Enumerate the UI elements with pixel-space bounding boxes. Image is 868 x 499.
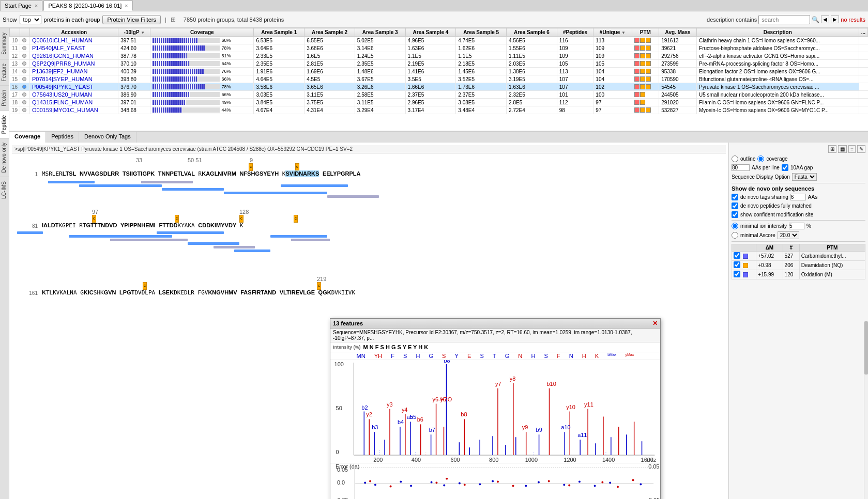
table-row[interactable]: 18 Q14315|FLNC_HUMAN 397.01 49% 3.84E5 3… <box>10 99 868 106</box>
sidebar-item-summary[interactable]: Summary <box>0 28 9 59</box>
row-ptm <box>632 68 659 75</box>
seq-chars-2: IALDTKGPEI RTGTTTNDVD YPIPPNHEMI FTTDDKY… <box>42 221 243 230</box>
row-area4: 1.66E6 <box>405 83 456 91</box>
show-denovo-label: Show de novo only sequences <box>732 185 814 192</box>
view-icon-2[interactable]: ▦ <box>838 145 847 153</box>
table-row[interactable]: 12 Q92616|GCN1_HUMAN 387.78 51% 2.33E5 1… <box>10 52 868 60</box>
ptm-checkbox[interactable] <box>734 252 740 259</box>
table-row[interactable]: 14 P13639|EF2_HUMAN 400.39 76% 1.91E6 1.… <box>10 68 868 75</box>
min-ion-label: minimal ion intensity <box>740 223 787 229</box>
row-mass: 291020 <box>659 99 697 106</box>
col-area6[interactable]: Area Sample 6 <box>507 28 557 37</box>
row-area2: 3.11E5 <box>304 91 355 99</box>
col-unique[interactable]: #Unique ▼ <box>593 28 632 37</box>
ptm-checkbox[interactable] <box>734 261 740 268</box>
col-area1[interactable]: Area Sample 1 <box>254 28 304 37</box>
top-select[interactable]: top <box>20 15 41 24</box>
ion-s2: S <box>442 353 446 359</box>
protein-view-filters-btn[interactable]: Protein View Filters <box>102 15 161 24</box>
row-area1: 4.64E5 <box>254 75 304 83</box>
search-prev-btn[interactable]: ◀ <box>821 15 829 23</box>
gap-checkbox[interactable] <box>782 164 788 171</box>
col-score[interactable]: -10lgP ▼ <box>118 28 150 37</box>
ion-y1: Y <box>455 353 459 359</box>
outline-radio[interactable] <box>732 155 738 162</box>
row-ptm <box>632 37 659 44</box>
no-results-label: no results <box>841 17 865 23</box>
min-ion-radio[interactable] <box>732 223 738 229</box>
row-area4: 3.5E5 <box>405 75 456 83</box>
min-ascore-label: minimal Ascore <box>740 232 775 238</box>
col-desc[interactable]: Description <box>697 28 859 37</box>
row-area3: 2.58E5 <box>355 91 405 99</box>
col-coverage[interactable]: Coverage <box>150 28 254 37</box>
table-row[interactable]: 16 P00549|KPYK1_YEAST 376.70 78% 3.58E6 … <box>10 83 868 91</box>
table-row[interactable]: 15 P07814|SYEP_HUMAN 398.80 66% 4.64E5 4… <box>10 75 868 83</box>
svg-text:b4: b4 <box>398 419 404 425</box>
tab-start-page[interactable]: Start Page × <box>0 1 42 11</box>
seq-display-select[interactable]: Fasta <box>792 173 817 181</box>
sidebar-item-feature[interactable]: Feature <box>0 59 9 85</box>
col-area3[interactable]: Area Sample 3 <box>355 28 405 37</box>
view-icon-4[interactable]: ✎ <box>857 145 865 153</box>
search-input[interactable] <box>758 15 810 24</box>
col-area2[interactable]: Area Sample 2 <box>304 28 355 37</box>
ptm-checkbox[interactable] <box>734 271 740 277</box>
sidebar-item-denovo[interactable]: De novo only <box>0 138 9 177</box>
search-icon[interactable]: 🔍 <box>812 16 819 23</box>
sidebar-item-protein[interactable]: Protein <box>0 85 9 111</box>
search-next-btn[interactable]: ▶ <box>831 15 839 23</box>
col-area4[interactable]: Area Sample 4 <box>405 28 456 37</box>
col-icon[interactable] <box>20 28 30 37</box>
tab-start-close[interactable]: × <box>35 3 38 9</box>
row-coverage: 44% <box>150 106 254 114</box>
col-accession[interactable]: Accession <box>30 28 118 37</box>
view-icon-1[interactable]: ⊞ <box>828 145 836 153</box>
row-ptm <box>632 44 659 52</box>
view-icon-3[interactable]: ≡ <box>848 145 856 153</box>
svg-text:0: 0 <box>336 449 339 455</box>
tab-peaks-close[interactable]: × <box>125 3 128 9</box>
min-ion-input[interactable] <box>789 223 804 229</box>
row-area3: 2.35E5 <box>355 60 405 68</box>
aa-per-line-input[interactable] <box>732 164 750 171</box>
sidebar-item-peptide[interactable]: Peptide <box>0 111 9 138</box>
col-area5[interactable]: Area Sample 5 <box>456 28 507 37</box>
table-row[interactable]: 13 Q6P2Q9|PRR8_HUMAN 370.10 54% 2.35E5 2… <box>10 60 868 68</box>
seq-line-1: 1 MSRLERLTSL NVVAGSDLRR TSIIGTIGPK TNNPE… <box>17 169 721 179</box>
row-area6: 2.32E5 <box>507 91 557 99</box>
coverage-radio[interactable] <box>757 155 764 162</box>
denovo-tags-num[interactable] <box>790 194 806 200</box>
row-area3: 3.26E6 <box>355 83 405 91</box>
col-num[interactable] <box>10 28 20 37</box>
tab-denovo-tags[interactable]: Denovo Only Tags <box>79 132 136 143</box>
min-ascore-select[interactable]: 20.0 <box>778 231 799 239</box>
table-row[interactable]: 19 O00159|MYO1C_HUMAN 348.68 44% 4.67E4 … <box>10 106 868 114</box>
sidebar-item-lc[interactable]: LC-IMS <box>0 177 9 203</box>
ms-seq-label: Sequence=MNFSHGSYEYHK, Precursor Id F2:3… <box>330 329 660 342</box>
tab-coverage[interactable]: Coverage <box>9 132 46 143</box>
row-accession: P07814|SYEP_HUMAN <box>30 75 118 83</box>
min-ascore-radio[interactable] <box>732 232 738 239</box>
table-row[interactable]: 11 P14540|ALF_YEAST 424.60 78% 3.64E6 3.… <box>10 44 868 52</box>
table-row[interactable]: 17 O75643|US20_HUMAN 386.90 56% 3.03E5 3… <box>10 91 868 99</box>
col-extra[interactable]: ... <box>859 28 867 37</box>
row-unique: 105 <box>593 60 632 68</box>
proteins-label: proteins in each group <box>44 17 100 23</box>
denovo-tags-label: de novo tags sharing <box>740 194 788 200</box>
col-ptm[interactable]: PTM <box>632 28 659 37</box>
ms-popup-close-btn[interactable]: ✕ <box>652 320 658 327</box>
seq-display-label: Sequence Display Option <box>732 174 790 180</box>
fully-matched-label: de novo peptides fully matched <box>740 203 812 209</box>
col-peptides[interactable]: #Peptides <box>557 28 593 37</box>
denovo-tags-checkbox[interactable] <box>732 194 738 200</box>
row-icon <box>20 106 30 114</box>
table-row[interactable]: 10 Q00610|CLH1_HUMAN 397.51 68% 6.53E5 6… <box>10 37 868 44</box>
tab-peaks[interactable]: PEAKS 8 [2020-10-06 16:01] × <box>43 1 132 11</box>
row-desc: Pyruvate kinase 1 OS=Saccharomyces cerev… <box>697 83 859 91</box>
tab-peptides[interactable]: Peptides <box>46 132 79 143</box>
col-mass[interactable]: Avg. Mass <box>659 28 697 37</box>
confident-mod-checkbox[interactable] <box>732 211 738 218</box>
row-accession: Q92616|GCN1_HUMAN <box>30 52 118 60</box>
fully-matched-checkbox[interactable] <box>732 202 738 209</box>
